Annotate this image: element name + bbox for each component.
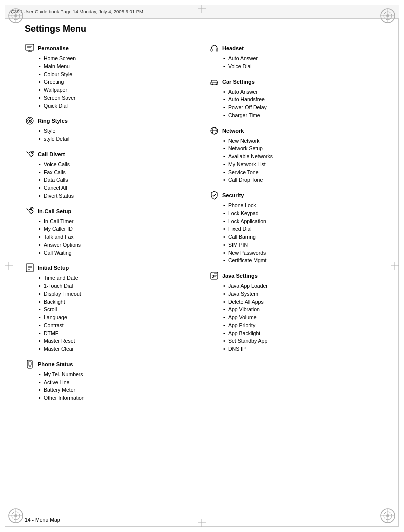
menu-section-security: SecurityPhone LockLock KeypadLock Applic… bbox=[210, 190, 379, 265]
menu-section-phone-status: Phone StatusMy Tel. NumbersActive LineBa… bbox=[25, 360, 194, 402]
list-item: Java App Loader bbox=[224, 282, 379, 290]
list-item: Available Networks bbox=[224, 153, 379, 161]
menu-section-call-divert: Call DivertVoice CallsFax CallsData Call… bbox=[25, 150, 194, 200]
list-item: Fixed Dial bbox=[224, 226, 379, 234]
list-item: App Volume bbox=[224, 314, 379, 322]
list-item: DNS IP bbox=[224, 346, 379, 354]
list-item: Lock Application bbox=[224, 218, 379, 226]
list-item: New Passwords bbox=[224, 250, 379, 258]
list-item: Scroll bbox=[39, 306, 194, 314]
list-item: Language bbox=[39, 314, 194, 322]
section-items-personalise: Home ScreenMain MenuColour StyleGreeting… bbox=[25, 55, 194, 110]
menu-section-initial-setup: Initial SetupTime and Date1-Touch DialDi… bbox=[25, 263, 194, 354]
svg-rect-46 bbox=[211, 49, 212, 52]
section-header-security: Security bbox=[210, 190, 379, 200]
list-item: SIM PIN bbox=[224, 242, 379, 250]
network-icon bbox=[210, 126, 220, 136]
menu-section-personalise: PersonaliseHome ScreenMain MenuColour St… bbox=[25, 44, 194, 110]
svg-point-48 bbox=[212, 84, 214, 85]
svg-rect-47 bbox=[216, 49, 218, 52]
list-item: Voice Calls bbox=[39, 161, 194, 169]
ring-styles-icon bbox=[25, 116, 35, 126]
list-item: Cancel All bbox=[39, 184, 194, 192]
list-item: In-Call Timer bbox=[39, 218, 194, 226]
section-title-java-settings: Java Settings bbox=[222, 273, 258, 279]
list-item: Fax Calls bbox=[39, 169, 194, 177]
list-item: App Backlight bbox=[224, 330, 379, 338]
section-items-in-call-setup: In-Call TimerMy Caller IDTalk and FaxAns… bbox=[25, 218, 194, 258]
initial-setup-icon bbox=[25, 263, 35, 273]
list-item: Auto Answer bbox=[224, 55, 379, 63]
header-text: C390 User Guide.book Page 14 Monday, Jul… bbox=[11, 9, 144, 14]
corner-decoration-tr bbox=[379, 7, 397, 25]
section-items-network: New NetworkNetwork SetupAvailable Networ… bbox=[210, 138, 379, 185]
security-icon bbox=[210, 190, 220, 200]
svg-rect-28 bbox=[26, 44, 34, 50]
menu-section-in-call-setup: In-Call SetupIn-Call TimerMy Caller IDTa… bbox=[25, 206, 194, 258]
right-column: HeadsetAuto AnswerVoice DialCar Settings… bbox=[210, 44, 379, 408]
headset-icon bbox=[210, 44, 220, 54]
section-header-ring-styles: Ring Styles bbox=[25, 116, 194, 126]
list-item: Quick Dial bbox=[39, 102, 194, 110]
list-item: Call Barring bbox=[224, 234, 379, 242]
svg-text:J: J bbox=[212, 274, 214, 279]
list-item: Java System bbox=[224, 290, 379, 298]
mid-mark-right bbox=[391, 262, 399, 270]
section-items-java-settings: Java App LoaderJava SystemDelete All App… bbox=[210, 282, 379, 354]
list-item: Power-Off Delay bbox=[224, 104, 379, 112]
main-content: Settings Menu PersonaliseHome ScreenMain… bbox=[25, 24, 379, 507]
list-item: App Priority bbox=[224, 322, 379, 330]
list-item: Main Menu bbox=[39, 63, 194, 71]
list-item: App Vibration bbox=[224, 306, 379, 314]
mid-mark-top bbox=[198, 5, 206, 13]
list-item: Screen Saver bbox=[39, 94, 194, 102]
list-item: Colour Style bbox=[39, 71, 194, 79]
menu-section-network: NetworkNew NetworkNetwork SetupAvailable… bbox=[210, 126, 379, 185]
list-item: Voice Dial bbox=[224, 63, 379, 71]
list-item: Set Standby App bbox=[224, 338, 379, 346]
list-item: Data Calls bbox=[39, 176, 194, 184]
svg-line-55 bbox=[214, 194, 216, 196]
svg-rect-45 bbox=[28, 362, 32, 366]
menu-section-car-settings: Car SettingsAuto AnswerAuto HandsfreePow… bbox=[210, 77, 379, 120]
list-item: Service Tone bbox=[224, 169, 379, 177]
section-header-java-settings: JJava Settings bbox=[210, 271, 379, 281]
section-items-call-divert: Voice CallsFax CallsData CallsCancel All… bbox=[25, 161, 194, 200]
menu-section-headset: HeadsetAuto AnswerVoice Dial bbox=[210, 44, 379, 71]
page-title: Settings Menu bbox=[25, 24, 379, 34]
list-item: My Caller ID bbox=[39, 226, 194, 234]
list-item: 1-Touch Dial bbox=[39, 282, 194, 290]
personalise-icon bbox=[25, 44, 35, 54]
section-header-personalise: Personalise bbox=[25, 44, 194, 54]
list-item: Answer Options bbox=[39, 242, 194, 250]
list-item: Wallpaper bbox=[39, 86, 194, 94]
phone-status-icon bbox=[25, 360, 35, 370]
list-item: Call Waiting bbox=[39, 250, 194, 258]
page-footer: 14 - Menu Map bbox=[25, 517, 60, 523]
list-item: New Network bbox=[224, 138, 379, 146]
list-item: My Tel. Numbers bbox=[39, 371, 194, 379]
list-item: DTMF bbox=[39, 330, 194, 338]
list-item: Network Setup bbox=[224, 145, 379, 153]
section-header-initial-setup: Initial Setup bbox=[25, 263, 194, 273]
list-item: Battery Meter bbox=[39, 386, 194, 394]
java-settings-icon: J bbox=[210, 271, 220, 281]
menu-section-ring-styles: Ring StylesStylestyle Detail bbox=[25, 116, 194, 144]
section-title-initial-setup: Initial Setup bbox=[38, 265, 69, 271]
section-items-phone-status: My Tel. NumbersActive LineBattery MeterO… bbox=[25, 371, 194, 402]
section-header-network: Network bbox=[210, 126, 379, 136]
section-title-car-settings: Car Settings bbox=[222, 79, 255, 85]
section-items-ring-styles: Stylestyle Detail bbox=[25, 128, 194, 144]
section-items-car-settings: Auto AnswerAuto HandsfreePower-Off Delay… bbox=[210, 88, 379, 120]
list-item: Call Drop Tone bbox=[224, 176, 379, 184]
section-items-headset: Auto AnswerVoice Dial bbox=[210, 55, 379, 71]
section-title-personalise: Personalise bbox=[38, 46, 69, 52]
section-title-security: Security bbox=[222, 192, 244, 198]
car-settings-icon bbox=[210, 77, 220, 87]
corner-decoration-tl bbox=[7, 7, 25, 25]
list-item: Certificate Mgmt bbox=[224, 257, 379, 265]
list-item: Other Information bbox=[39, 394, 194, 402]
list-item: Master Clear bbox=[39, 346, 194, 354]
section-header-phone-status: Phone Status bbox=[25, 360, 194, 370]
section-items-security: Phone LockLock KeypadLock ApplicationFix… bbox=[210, 202, 379, 265]
